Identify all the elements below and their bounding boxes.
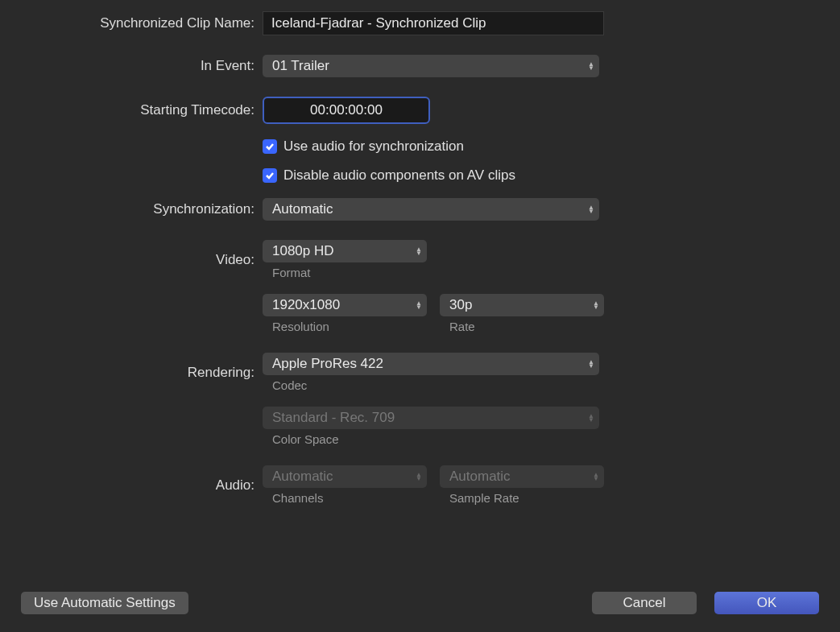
video-section-label: Video:: [21, 252, 263, 268]
chevron-updown-icon: ▲▼: [588, 62, 594, 70]
synchronization-label: Synchronization:: [21, 201, 263, 217]
video-resolution-sublabel: Resolution: [263, 320, 427, 333]
video-rate-popup[interactable]: 30p ▲▼: [440, 294, 604, 316]
use-automatic-settings-button[interactable]: Use Automatic Settings: [21, 592, 188, 614]
rendering-section-label: Rendering:: [21, 365, 263, 381]
video-rate-value: 30p: [449, 297, 472, 313]
disable-audio-checkbox-label: Disable audio components on AV clips: [283, 167, 515, 184]
sync-clip-name-input[interactable]: [263, 11, 604, 35]
rendering-colorspace-sublabel: Color Space: [263, 432, 599, 446]
video-rate-sublabel: Rate: [440, 320, 604, 333]
ok-button[interactable]: OK: [714, 592, 819, 614]
video-resolution-value: 1920x1080: [272, 297, 340, 313]
in-event-popup[interactable]: 01 Trailer ▲▼: [263, 55, 599, 77]
chevron-updown-icon: ▲▼: [588, 205, 594, 213]
audio-samplerate-value: Automatic: [449, 469, 511, 485]
rendering-colorspace-popup: Standard - Rec. 709 ▲▼: [263, 407, 599, 429]
cancel-button[interactable]: Cancel: [592, 592, 697, 614]
starting-timecode-label: Starting Timecode:: [21, 102, 263, 118]
audio-channels-value: Automatic: [272, 469, 333, 485]
in-event-label: In Event:: [21, 58, 263, 74]
audio-channels-sublabel: Channels: [263, 491, 427, 505]
rendering-codec-sublabel: Codec: [263, 378, 599, 392]
audio-section-label: Audio:: [21, 477, 263, 494]
in-event-value: 01 Trailer: [272, 58, 329, 74]
synchronization-popup[interactable]: Automatic ▲▼: [263, 198, 599, 221]
video-format-sublabel: Format: [263, 266, 427, 279]
chevron-updown-icon: ▲▼: [593, 473, 599, 481]
starting-timecode-input[interactable]: [263, 97, 430, 124]
video-resolution-popup[interactable]: 1920x1080 ▲▼: [263, 294, 427, 316]
chevron-updown-icon: ▲▼: [588, 360, 594, 368]
rendering-codec-popup[interactable]: Apple ProRes 422 ▲▼: [263, 353, 599, 375]
chevron-updown-icon: ▲▼: [588, 414, 594, 422]
synchronization-value: Automatic: [272, 201, 333, 217]
use-audio-checkbox-label: Use audio for synchronization: [283, 138, 464, 155]
chevron-updown-icon: ▲▼: [593, 301, 599, 309]
rendering-colorspace-value: Standard - Rec. 709: [272, 410, 395, 426]
sync-clip-name-label: Synchronized Clip Name:: [21, 15, 263, 31]
chevron-updown-icon: ▲▼: [416, 247, 422, 255]
video-format-value: 1080p HD: [272, 243, 334, 259]
synchronize-clips-dialog: Synchronized Clip Name: In Event: 01 Tra…: [0, 0, 840, 632]
chevron-updown-icon: ▲▼: [416, 473, 422, 481]
rendering-codec-value: Apple ProRes 422: [272, 356, 383, 372]
use-audio-checkbox[interactable]: [263, 139, 277, 154]
disable-audio-checkbox[interactable]: [263, 168, 277, 183]
chevron-updown-icon: ▲▼: [416, 301, 422, 309]
audio-samplerate-sublabel: Sample Rate: [440, 491, 604, 505]
audio-channels-popup: Automatic ▲▼: [263, 465, 427, 488]
video-format-popup[interactable]: 1080p HD ▲▼: [263, 240, 427, 262]
audio-samplerate-popup: Automatic ▲▼: [440, 465, 604, 488]
